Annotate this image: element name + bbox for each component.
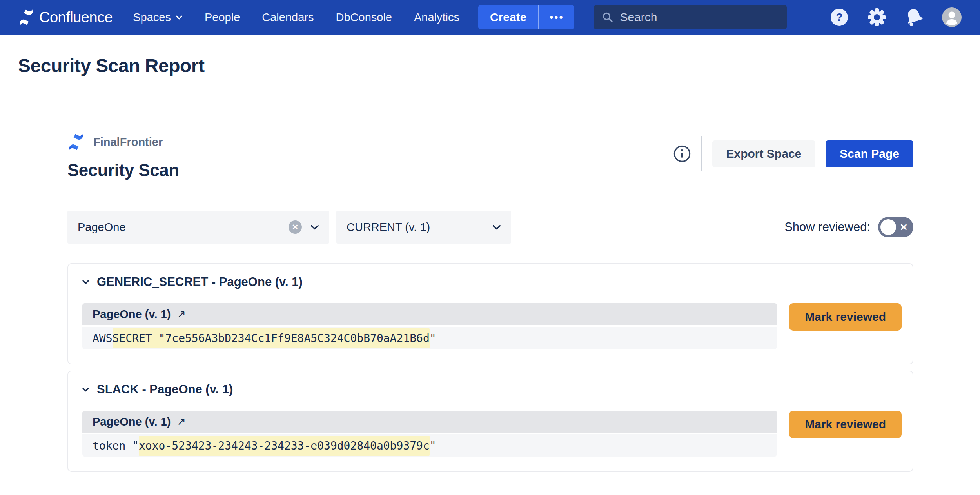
create-button[interactable]: Create <box>478 5 538 29</box>
finding-card-header[interactable]: SLACK - PageOne (v. 1) <box>82 382 902 397</box>
show-reviewed-label: Show reviewed: <box>784 220 870 234</box>
nav-item-dbconsole[interactable]: DbConsole <box>336 11 392 24</box>
nav-item-people[interactable]: People <box>205 11 240 24</box>
svg-text:?: ? <box>836 11 842 23</box>
external-link-icon: ↗ <box>177 308 186 320</box>
collapse-chevron-icon[interactable] <box>82 280 89 284</box>
snippet-source-link[interactable]: PageOne (v. 1) ↗ <box>82 411 777 433</box>
nav-icon-group: ? <box>829 7 962 27</box>
clear-selection-icon[interactable]: ✕ <box>289 220 302 234</box>
section-title: Security Scan <box>67 160 179 180</box>
snippet-code-line: token "xoxo-523423-234243-234233-e039d02… <box>82 434 777 457</box>
chevron-down-icon <box>310 225 319 230</box>
confluence-home-link[interactable]: Confluence <box>18 9 113 26</box>
nav-links: Spaces People Calendars DbConsole Analyt… <box>133 11 459 24</box>
security-scan-macro: FinalFrontier Security Scan Export Space… <box>67 134 913 472</box>
page-select[interactable]: PageOne ✕ <box>67 211 329 244</box>
version-select[interactable]: CURRENT (v. 1) <box>336 211 511 244</box>
macro-actions: Export Space Scan Page <box>673 136 913 171</box>
info-icon[interactable] <box>673 145 691 163</box>
mark-reviewed-button[interactable]: Mark reviewed <box>789 303 902 331</box>
secret-highlight: xoxo-523423-234243-234233-e039d02840a0b9… <box>139 436 430 456</box>
nav-item-analytics[interactable]: Analytics <box>414 11 459 24</box>
finding-card-header[interactable]: GENERIC_SECRET - PageOne (v. 1) <box>82 275 902 289</box>
brand-wordmark: Confluence <box>39 9 113 26</box>
help-icon[interactable]: ? <box>829 7 849 27</box>
top-nav: Confluence Spaces People Calendars DbCon… <box>0 0 980 35</box>
show-reviewed-control: Show reviewed: ✕ <box>784 217 913 237</box>
space-logo-icon <box>67 134 85 150</box>
secret-highlight: SECRET "7ce556A3bD234Cc1Ff9E8A5C324C0bB7… <box>113 328 430 348</box>
filters-row: PageOne ✕ CURRENT (v. 1) Show reviewed: … <box>67 211 913 244</box>
space-row: FinalFrontier <box>67 134 179 150</box>
toggle-off-icon: ✕ <box>900 217 908 237</box>
search-icon <box>602 11 613 23</box>
collapse-chevron-icon[interactable] <box>82 388 89 392</box>
chevron-down-icon <box>176 15 183 20</box>
snippet-code-line: AWSSECRET "7ce556A3bD234Cc1Ff9E8A5C324C0… <box>82 327 777 349</box>
user-avatar[interactable] <box>942 7 962 27</box>
scan-page-button[interactable]: Scan Page <box>826 140 913 167</box>
version-select-value: CURRENT (v. 1) <box>347 221 492 234</box>
notifications-bell-icon[interactable] <box>905 7 924 27</box>
page-title: Security Scan Report <box>18 55 980 76</box>
page-select-value: PageOne <box>78 221 289 234</box>
finding-title: SLACK - PageOne (v. 1) <box>97 382 233 397</box>
create-more-button[interactable]: ••• <box>538 5 574 29</box>
create-button-group: Create ••• <box>478 5 574 29</box>
chevron-down-icon <box>492 225 501 230</box>
show-reviewed-toggle[interactable]: ✕ <box>878 217 913 237</box>
export-space-button[interactable]: Export Space <box>712 140 816 167</box>
search-input[interactable] <box>620 11 779 24</box>
external-link-icon: ↗ <box>177 415 186 428</box>
mark-reviewed-button[interactable]: Mark reviewed <box>789 411 902 438</box>
nav-search[interactable] <box>594 5 787 29</box>
space-name-link[interactable]: FinalFrontier <box>93 136 163 149</box>
nav-item-spaces[interactable]: Spaces <box>133 11 183 24</box>
finding-snippet: PageOne (v. 1) ↗ token "xoxo-523423-2342… <box>82 411 777 457</box>
actions-divider <box>701 136 702 171</box>
finding-card-slack: SLACK - PageOne (v. 1) PageOne (v. 1) ↗ … <box>67 371 913 472</box>
finding-snippet: PageOne (v. 1) ↗ AWSSECRET "7ce556A3bD23… <box>82 303 777 349</box>
finding-title: GENERIC_SECRET - PageOne (v. 1) <box>97 275 303 289</box>
toggle-knob <box>880 219 896 235</box>
settings-gear-icon[interactable] <box>867 7 887 27</box>
snippet-source-link[interactable]: PageOne (v. 1) ↗ <box>82 303 777 325</box>
finding-card-generic-secret: GENERIC_SECRET - PageOne (v. 1) PageOne … <box>67 263 913 364</box>
nav-item-calendars[interactable]: Calendars <box>262 11 314 24</box>
confluence-logo-icon <box>18 9 34 25</box>
